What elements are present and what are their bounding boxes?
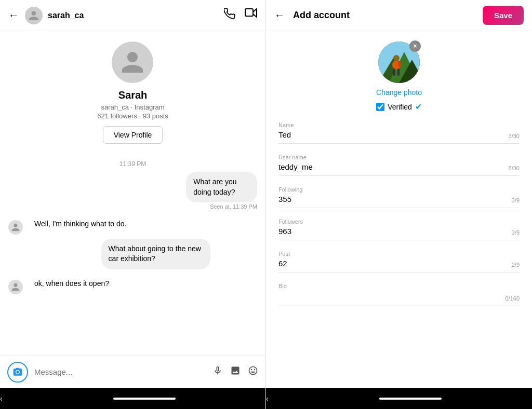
right-header: ← Add account Save xyxy=(266,0,532,31)
post-field-label: Post xyxy=(278,251,520,257)
right-bottom-bar: ‹ xyxy=(266,388,532,409)
timestamp: 11:39 PM xyxy=(119,160,146,168)
right-panel: ← Add account Save xyxy=(266,0,532,409)
bio-field-label: Bio xyxy=(278,283,520,289)
following-field-label: Following xyxy=(278,186,520,193)
message-input-area xyxy=(0,355,265,388)
message-input[interactable] xyxy=(34,367,206,376)
video-icon[interactable] xyxy=(245,8,257,22)
verified-row: Verified ✔ xyxy=(376,102,422,112)
post-value[interactable]: 62 xyxy=(278,259,520,268)
seen-text: Seen at, 11:39 PM xyxy=(210,203,257,210)
left-header: ← sarah_ca xyxy=(0,0,265,31)
svg-rect-10 xyxy=(398,61,401,67)
person-icon-large xyxy=(119,49,145,75)
person-icon-msg2 xyxy=(11,282,20,292)
profile-section: Sarah sarah_ca · Instagram 621 followers… xyxy=(97,42,168,144)
chat-username: sarah_ca xyxy=(48,11,224,20)
left-panel: ← sarah_ca xyxy=(0,0,266,409)
back-button-right[interactable]: ← xyxy=(274,9,285,21)
header-icons xyxy=(224,8,257,22)
image-icon[interactable] xyxy=(230,365,241,378)
left-home-indicator xyxy=(113,398,176,400)
person-icon-msg xyxy=(11,223,20,232)
bio-field: 0/160 xyxy=(278,291,520,306)
username-value[interactable]: teddy_me xyxy=(278,162,520,171)
close-photo-button[interactable]: × xyxy=(409,40,421,52)
name-field-label: Name xyxy=(278,122,520,128)
svg-marker-1 xyxy=(253,9,257,17)
followers-value[interactable]: 963 xyxy=(278,227,520,236)
post-field: 62 2/9 xyxy=(278,259,520,272)
message-bubble: What about going to the new car exhibiti… xyxy=(101,239,210,269)
followers-counter: 3/9 xyxy=(512,229,520,236)
camera-button[interactable] xyxy=(7,362,28,383)
profile-avatar xyxy=(112,42,153,83)
right-home-indicator xyxy=(379,398,442,400)
followers-field: 963 3/9 xyxy=(278,227,520,240)
emoji-icon[interactable] xyxy=(248,365,258,378)
msg-avatar xyxy=(8,280,23,294)
name-counter: 3/30 xyxy=(509,133,520,139)
followers-field-label: Followers xyxy=(278,219,520,225)
following-value[interactable]: 355 xyxy=(278,195,520,203)
call-icon[interactable] xyxy=(224,8,235,22)
save-button[interactable]: Save xyxy=(483,6,524,25)
message-bubble: What are you doing today? xyxy=(186,172,257,202)
svg-rect-8 xyxy=(393,69,395,76)
profile-photo-section: × Change photo Verified ✔ xyxy=(278,42,520,112)
name-field: Ted 3/30 xyxy=(278,130,520,144)
post-counter: 2/9 xyxy=(512,262,520,268)
header-avatar xyxy=(25,7,43,24)
mic-icon[interactable] xyxy=(212,365,223,378)
verified-checkbox[interactable] xyxy=(376,103,384,111)
left-nav-arrow[interactable]: ‹ xyxy=(0,394,3,403)
profile-name: Sarah xyxy=(118,89,148,101)
view-profile-button[interactable]: View Profile xyxy=(103,126,163,144)
message-row: ok, when does it open? xyxy=(8,274,257,294)
message-bubble: Well, I'm thinking what to do. xyxy=(27,214,134,235)
verified-badge-icon: ✔ xyxy=(415,102,422,112)
username-field: teddy_me 8/30 xyxy=(278,162,520,176)
message-row: Well, I'm thinking what to do. xyxy=(8,214,257,235)
change-photo-link[interactable]: Change photo xyxy=(376,88,422,97)
profile-stats: 621 followers · 93 posts xyxy=(97,112,168,120)
chat-area: Sarah sarah_ca · Instagram 621 followers… xyxy=(0,31,265,355)
verified-label: Verified xyxy=(388,103,412,111)
username-counter: 8/30 xyxy=(509,165,520,171)
person-icon xyxy=(28,10,39,21)
svg-rect-0 xyxy=(245,9,253,16)
following-counter: 3/9 xyxy=(512,197,520,203)
camera-icon xyxy=(12,367,23,377)
svg-point-7 xyxy=(393,55,400,61)
back-button-left[interactable]: ← xyxy=(8,9,19,21)
right-nav-arrow[interactable]: ‹ xyxy=(266,394,269,403)
form-fields: Name Ted 3/30 User name teddy_me 8/30 Fo… xyxy=(278,122,520,306)
page-title: Add account xyxy=(293,10,483,21)
following-field: 355 3/9 xyxy=(278,195,520,208)
bio-counter: 0/160 xyxy=(505,295,520,302)
svg-rect-9 xyxy=(397,69,400,76)
profile-sub: sarah_ca · Instagram xyxy=(101,103,164,111)
name-value[interactable]: Ted xyxy=(278,130,520,139)
message-bubble: ok, when does it open? xyxy=(27,274,116,294)
input-icons xyxy=(212,365,258,378)
right-content: × Change photo Verified ✔ Name Ted 3/30 … xyxy=(266,31,532,388)
bio-value[interactable] xyxy=(278,291,520,302)
left-bottom-bar: ‹ xyxy=(0,388,265,409)
profile-photo-wrapper: × xyxy=(378,42,420,83)
messages-container: What are you doing today? Seen at, 11:39… xyxy=(8,172,257,294)
msg-avatar xyxy=(8,220,23,235)
username-field-label: User name xyxy=(278,154,520,160)
